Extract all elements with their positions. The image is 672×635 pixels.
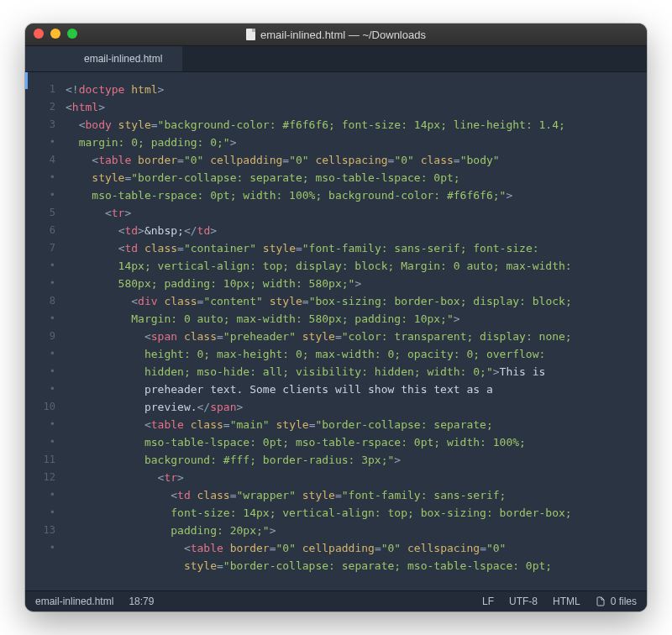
code-line[interactable]: padding: 20px;"> xyxy=(62,522,647,539)
line-number: 13 xyxy=(25,522,55,539)
code-line[interactable]: <tr> xyxy=(62,204,647,222)
code-line[interactable]: mso-table-lspace: 0pt; mso-table-rspace:… xyxy=(62,433,647,451)
line-number: • xyxy=(25,345,55,363)
line-number: • xyxy=(25,257,55,275)
code-line[interactable]: <tr> xyxy=(62,469,647,486)
code-line[interactable]: Margin: 0 auto; max-width: 580px; paddin… xyxy=(62,310,647,328)
code-line[interactable]: <td class="container" style="font-family… xyxy=(62,239,647,257)
line-number: 4 xyxy=(25,151,55,169)
code-line[interactable]: preheader text. Some clients will show t… xyxy=(62,380,647,398)
line-number: 1 xyxy=(25,81,55,98)
status-filename[interactable]: email-inlined.html xyxy=(35,596,113,607)
editor-window: email-inlined.html — ~/Downloads email-i… xyxy=(25,24,647,611)
line-number: 6 xyxy=(25,222,55,239)
status-bar: email-inlined.html 18:79 LF UTF-8 HTML 0… xyxy=(25,590,647,611)
code-line[interactable]: mso-table-rspace: 0pt; width: 100%; back… xyxy=(62,186,647,204)
code-line[interactable]: height: 0; max-height: 0; max-width: 0; … xyxy=(62,345,647,363)
code-line[interactable]: margin: 0; padding: 0;"> xyxy=(62,134,647,151)
file-icon xyxy=(246,29,255,40)
code-line[interactable]: preview.</span> xyxy=(62,398,647,416)
code-line[interactable]: font-size: 14px; vertical-align: top; bo… xyxy=(62,504,647,522)
line-number: • xyxy=(25,416,55,433)
line-number: • xyxy=(25,169,55,186)
line-number: • xyxy=(25,363,55,380)
code-line[interactable]: <div class="content" style="box-sizing: … xyxy=(62,292,647,310)
code-line[interactable]: <!doctype html> xyxy=(62,81,647,98)
minimize-icon[interactable] xyxy=(50,29,60,39)
code-line[interactable]: style="border-collapse: separate; mso-ta… xyxy=(62,169,647,186)
code-line[interactable]: style="border-collapse: separate; mso-ta… xyxy=(62,557,647,575)
status-line-ending[interactable]: LF xyxy=(482,596,494,607)
code-line[interactable]: 580px; padding: 10px; width: 580px;"> xyxy=(62,275,647,292)
line-number: • xyxy=(25,539,55,557)
tab-bar: email-inlined.html xyxy=(25,46,647,72)
line-number: • xyxy=(25,134,55,151)
window-controls xyxy=(34,29,77,39)
line-number: • xyxy=(25,504,55,522)
tab-label: email-inlined.html xyxy=(84,53,162,65)
gutter-marker xyxy=(25,72,28,89)
line-number: 5 xyxy=(25,204,55,222)
code-line[interactable]: <td class="wrapper" style="font-family: … xyxy=(62,486,647,504)
code-area[interactable]: <!doctype html><html> <body style="backg… xyxy=(62,72,647,590)
window-title: email-inlined.html — ~/Downloads xyxy=(260,29,426,41)
line-number: 9 xyxy=(25,328,55,345)
line-number: 12 xyxy=(25,469,55,486)
status-files-label: 0 files xyxy=(611,596,637,607)
line-number: • xyxy=(25,486,55,504)
line-number: • xyxy=(25,433,55,451)
files-icon xyxy=(596,596,606,607)
code-line[interactable]: background: #fff; border-radius: 3px;"> xyxy=(62,451,647,469)
code-line[interactable]: <table border="0" cellpadding="0" cellsp… xyxy=(62,539,647,557)
line-number: • xyxy=(25,186,55,204)
code-line[interactable]: hidden; mso-hide: all; visibility: hidde… xyxy=(62,363,647,380)
close-icon[interactable] xyxy=(34,29,44,39)
status-cursor[interactable]: 18:79 xyxy=(129,596,154,607)
line-number: 2 xyxy=(25,98,55,116)
code-line[interactable]: <span class="preheader" style="color: tr… xyxy=(62,328,647,345)
code-line[interactable]: <table class="main" style="border-collap… xyxy=(62,416,647,433)
status-files[interactable]: 0 files xyxy=(596,596,637,607)
status-encoding[interactable]: UTF-8 xyxy=(509,596,538,607)
line-number: 3 xyxy=(25,116,55,134)
zoom-icon[interactable] xyxy=(67,29,77,39)
code-line[interactable]: <td>&nbsp;</td> xyxy=(62,222,647,239)
tab-file[interactable]: email-inlined.html xyxy=(64,46,182,71)
line-number: 8 xyxy=(25,292,55,310)
line-number: • xyxy=(25,310,55,328)
code-line[interactable]: <table border="0" cellpadding="0" cellsp… xyxy=(62,151,647,169)
code-line[interactable]: 14px; vertical-align: top; display: bloc… xyxy=(62,257,647,275)
code-line[interactable]: <html> xyxy=(62,98,647,116)
code-line[interactable]: <body style="background-color: #f6f6f6; … xyxy=(62,116,647,134)
line-number-gutter: 123•4••567••8•9•••10••1112••13• xyxy=(25,72,62,590)
status-language[interactable]: HTML xyxy=(553,596,580,607)
line-number: • xyxy=(25,380,55,398)
editor-body: 123•4••567••8•9•••10••1112••13• <!doctyp… xyxy=(25,72,647,590)
line-number: • xyxy=(25,275,55,292)
line-number: 10 xyxy=(25,398,55,416)
line-number: 11 xyxy=(25,451,55,469)
title-bar: email-inlined.html — ~/Downloads xyxy=(25,24,647,46)
line-number: 7 xyxy=(25,239,55,257)
